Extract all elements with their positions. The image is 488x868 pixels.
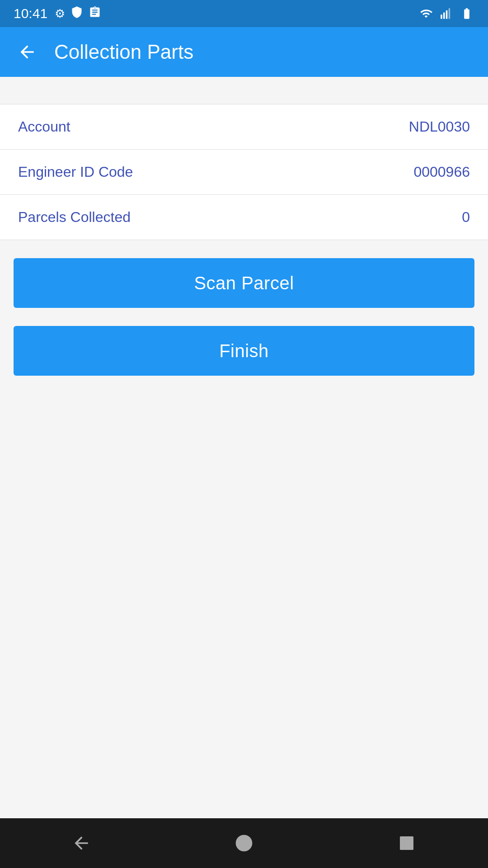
back-button[interactable] [14, 38, 41, 66]
svg-point-4 [236, 835, 253, 852]
nav-home-button[interactable] [217, 825, 271, 861]
app-bar-title: Collection Parts [54, 41, 193, 63]
info-table: Account NDL0030 Engineer ID Code 0000966… [0, 104, 488, 240]
nav-recent-button[interactable] [380, 825, 434, 861]
shield-icon [70, 6, 83, 22]
account-row: Account NDL0030 [0, 104, 488, 150]
status-bar: 10:41 ⚙ [0, 0, 488, 27]
svg-rect-5 [400, 836, 413, 850]
content-area: Account NDL0030 Engineer ID Code 0000966… [0, 77, 488, 818]
parcels-collected-row: Parcels Collected 0 [0, 195, 488, 240]
engineer-id-value: 0000966 [413, 164, 470, 180]
nav-bar [0, 818, 488, 868]
svg-rect-0 [441, 14, 442, 19]
engineer-id-label: Engineer ID Code [18, 164, 413, 180]
engineer-id-row: Engineer ID Code 0000966 [0, 150, 488, 195]
nav-back-button[interactable] [54, 825, 108, 861]
status-icons: ⚙ [55, 6, 101, 22]
status-left: 10:41 ⚙ [14, 6, 101, 22]
top-spacer [0, 77, 488, 104]
clipboard-icon [89, 6, 101, 22]
parcels-collected-label: Parcels Collected [18, 209, 462, 226]
scan-parcel-button[interactable]: Scan Parcel [14, 258, 474, 308]
buttons-section: Scan Parcel Finish [0, 240, 488, 394]
status-time: 10:41 [14, 6, 47, 21]
account-label: Account [18, 118, 409, 135]
status-right [418, 7, 474, 20]
svg-rect-1 [443, 13, 445, 19]
parcels-collected-value: 0 [462, 209, 470, 226]
account-value: NDL0030 [409, 118, 470, 135]
finish-button[interactable]: Finish [14, 326, 474, 376]
svg-rect-2 [446, 10, 448, 19]
settings-icon: ⚙ [55, 7, 65, 21]
svg-rect-3 [449, 8, 450, 19]
wifi-icon [418, 7, 434, 20]
signal-icon [440, 7, 453, 20]
app-bar: Collection Parts [0, 27, 488, 77]
battery-icon [459, 7, 474, 20]
